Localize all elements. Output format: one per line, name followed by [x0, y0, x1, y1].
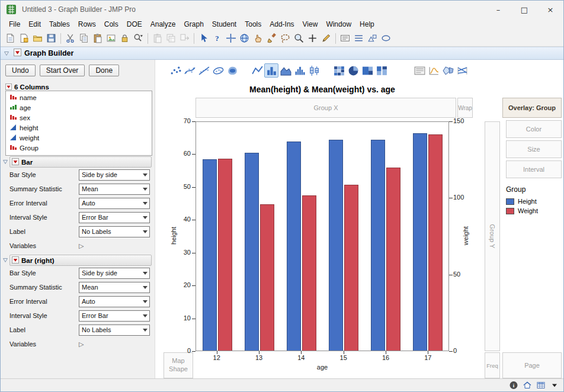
new-journal-icon[interactable] — [17, 31, 31, 45]
section-bar-right-header[interactable]: Bar (right) — [9, 255, 152, 266]
column-item-group[interactable]: Group — [6, 143, 152, 153]
column-item-sex[interactable]: sex — [6, 113, 152, 123]
bar-weight-age-16[interactable] — [386, 168, 400, 351]
bar-weight-age-14[interactable] — [302, 195, 316, 351]
combine-tables-icon[interactable] — [178, 31, 191, 45]
done-button[interactable]: Done — [89, 65, 119, 76]
data-table-view-icon[interactable] — [536, 381, 546, 390]
search-icon[interactable] — [132, 31, 145, 45]
cut-icon[interactable] — [63, 31, 77, 45]
bar-error-interval-select[interactable]: Auto — [79, 198, 150, 209]
bar-weight-age-12[interactable] — [218, 159, 232, 351]
bar-right-label-select[interactable]: No Labels — [79, 324, 150, 336]
red-triangle-menu-icon[interactable] — [12, 157, 19, 168]
bar-right-summary-statistic-select[interactable]: Mean — [79, 282, 150, 293]
open-icon[interactable] — [31, 31, 44, 45]
menu-item-rows[interactable]: Rows — [74, 19, 100, 30]
legend-entry-weight[interactable]: Weight — [506, 206, 538, 216]
minimize-button[interactable]: – — [485, 1, 511, 18]
menu-item-view[interactable]: View — [299, 19, 322, 30]
disclosure-right-icon[interactable]: ▷ — [79, 242, 84, 250]
drop-zone-page[interactable]: Page — [502, 352, 562, 378]
bar-weight-age-15[interactable] — [344, 185, 358, 351]
palette-line-icon[interactable] — [250, 63, 264, 78]
paste-special-icon[interactable] — [150, 31, 164, 45]
menu-item-file[interactable]: File — [5, 19, 24, 30]
plot-area[interactable] — [196, 121, 449, 351]
info-icon[interactable]: i — [509, 381, 518, 390]
palette-mosaic-icon[interactable] — [374, 63, 389, 78]
palette-pie-icon[interactable] — [346, 63, 360, 78]
lines-tool-icon[interactable] — [352, 31, 366, 45]
menu-item-tables[interactable]: Tables — [45, 19, 74, 30]
bar-height-age-17[interactable] — [413, 133, 427, 351]
menu-item-graph[interactable]: Graph — [180, 19, 207, 30]
palette-ellipse-icon[interactable] — [211, 63, 225, 78]
drop-zone-overlay[interactable]: Overlay: Group — [502, 98, 562, 118]
bar-height-age-14[interactable] — [287, 142, 301, 351]
oval-tool-icon[interactable] — [379, 31, 393, 45]
red-triangle-menu-icon[interactable] — [14, 48, 21, 59]
arrow-tool-icon[interactable] — [197, 31, 210, 45]
globe-tool-icon[interactable] — [238, 31, 251, 45]
drop-zone-color[interactable]: Color — [506, 120, 562, 138]
column-item-weight[interactable]: weight — [6, 133, 152, 143]
duplicate-table-icon[interactable] — [164, 31, 178, 45]
magnifier-tool-icon[interactable] — [292, 31, 306, 45]
palette-line-of-fit-icon[interactable] — [197, 63, 211, 78]
palette-points-icon[interactable] — [168, 63, 182, 78]
drop-zone-freq[interactable]: Freq — [485, 352, 500, 378]
palette-parallel-plot-icon[interactable] — [455, 63, 469, 78]
caret-down-icon[interactable] — [550, 381, 559, 390]
palette-heatmap-icon[interactable] — [332, 63, 346, 78]
bar-height-age-16[interactable] — [371, 140, 385, 351]
collapse-triangle-icon[interactable] — [2, 159, 9, 165]
palette-smoother-icon[interactable] — [182, 63, 197, 78]
palette-map-shapes-icon[interactable] — [441, 63, 455, 78]
shapes-tool-icon[interactable] — [366, 31, 379, 45]
drop-zone-wrap[interactable]: Wrap — [457, 98, 473, 118]
column-item-age[interactable]: age — [6, 102, 152, 113]
bar-label-select[interactable]: No Labels — [79, 226, 150, 237]
bar-right-interval-style-select[interactable]: Error Bar — [79, 310, 150, 322]
section-bar-header[interactable]: Bar — [9, 156, 152, 168]
drop-zone-group-x[interactable]: Group X — [196, 98, 456, 118]
menu-item-student[interactable]: Student — [208, 19, 241, 30]
copy-icon[interactable] — [77, 31, 91, 45]
undo-button[interactable]: Undo — [5, 65, 36, 76]
menu-item-edit[interactable]: Edit — [24, 19, 45, 30]
column-item-name[interactable]: name — [6, 92, 152, 102]
palette-caption-box-icon[interactable] — [412, 63, 427, 78]
y-axis-label-right[interactable]: weight — [462, 226, 469, 245]
bar-height-age-12[interactable] — [203, 159, 217, 351]
palette-treemap-icon[interactable] — [360, 63, 374, 78]
menu-item-cols[interactable]: Cols — [100, 19, 123, 30]
bar-height-age-13[interactable] — [245, 153, 259, 351]
bar-interval-style-select[interactable]: Error Bar — [79, 212, 150, 223]
pencil-tool-icon[interactable] — [319, 31, 333, 45]
bar-summary-statistic-select[interactable]: Mean — [79, 184, 150, 195]
menu-item-help[interactable]: Help — [355, 19, 379, 30]
collapse-triangle-icon[interactable] — [2, 257, 9, 264]
palette-formula-icon[interactable] — [427, 63, 441, 78]
x-axis-label[interactable]: age — [196, 364, 449, 371]
palette-contour-icon[interactable] — [225, 63, 239, 78]
bar-bar-style-select[interactable]: Side by side — [79, 169, 150, 181]
paste-icon[interactable] — [91, 31, 104, 45]
y-axis-label-left[interactable]: height — [170, 227, 177, 245]
bar-height-age-15[interactable] — [329, 140, 343, 351]
bar-weight-age-17[interactable] — [428, 134, 443, 351]
menu-item-tools[interactable]: Tools — [241, 19, 265, 30]
brush-tool-icon[interactable] — [265, 31, 278, 45]
close-button[interactable]: × — [537, 1, 563, 18]
column-item-height[interactable]: height — [6, 123, 152, 133]
red-triangle-menu-icon[interactable] — [12, 255, 19, 266]
home-icon[interactable] — [523, 381, 532, 390]
palette-histogram-icon[interactable] — [293, 63, 307, 78]
collapse-triangle-icon[interactable] — [4, 50, 11, 57]
menu-item-doe[interactable]: DOE — [123, 19, 146, 30]
grabber-tool-icon[interactable] — [251, 31, 265, 45]
disclosure-right-icon[interactable]: ▷ — [79, 340, 84, 348]
palette-bar-icon[interactable] — [264, 63, 278, 78]
maximize-button[interactable]: □ — [511, 1, 537, 18]
